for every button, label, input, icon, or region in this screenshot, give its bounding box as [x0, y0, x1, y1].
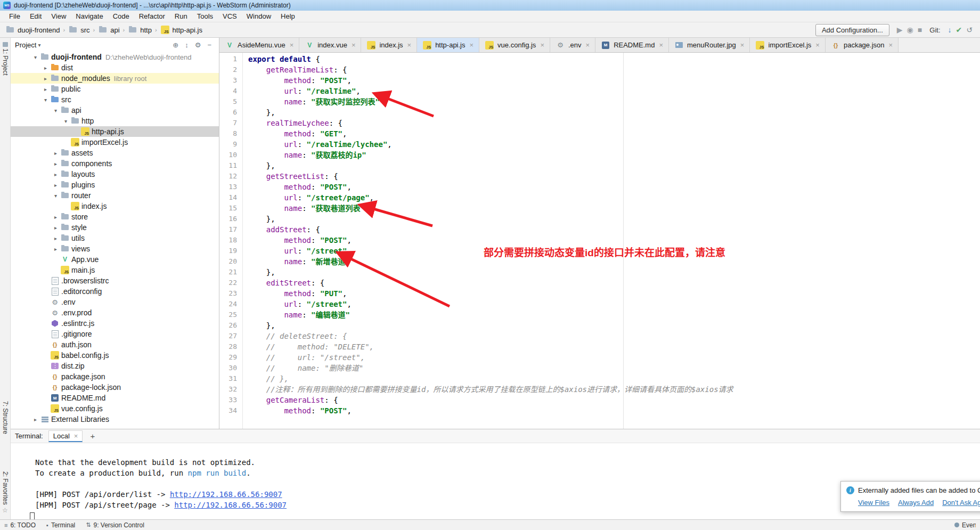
menu-item-view[interactable]: View — [46, 11, 71, 21]
commit-icon[interactable]: ✔ — [954, 26, 965, 34]
tab-menurouter-jpg[interactable]: menuRouter.jpg× — [669, 38, 750, 52]
menu-item-navigate[interactable]: Navigate — [71, 11, 108, 21]
terminal-link[interactable]: http://192.168.66.56:9007 — [174, 501, 287, 509]
notification-action-view-files[interactable]: View Files — [858, 499, 889, 507]
statusbar-terminal[interactable]: ▪Terminal — [46, 521, 75, 529]
tree-item-style[interactable]: ▸style — [11, 222, 219, 233]
settings-icon[interactable]: ⚙ — [192, 41, 205, 49]
tree-item-duoji-frontend[interactable]: ▾duoji-frontend D:\zheheWeb\duoji-fronte… — [11, 52, 219, 62]
stop-icon[interactable]: ■ — [916, 26, 924, 34]
collapse-all-icon[interactable]: ↕ — [182, 41, 192, 49]
menu-item-window[interactable]: Window — [242, 11, 276, 21]
tree-item-views[interactable]: ▸views — [11, 243, 219, 254]
chevron-right-icon[interactable]: ▸ — [51, 246, 60, 252]
tab-index-js[interactable]: index.js× — [361, 38, 417, 52]
menu-item-tools[interactable]: Tools — [192, 11, 218, 21]
chevron-down-icon[interactable]: ▾ — [41, 97, 50, 103]
tree-item-env[interactable]: .env — [11, 297, 219, 307]
terminal-link[interactable]: http://192.168.66.56:9007 — [170, 490, 282, 499]
tree-item-package-json[interactable]: package.json — [11, 371, 219, 382]
tree-item-browserslistrc[interactable]: .browserslistrc — [11, 275, 219, 286]
close-icon[interactable]: × — [815, 41, 820, 49]
tree-item-node-modules[interactable]: ▸node_modules library root — [11, 73, 219, 84]
tab-vue-config-js[interactable]: vue.config.js× — [479, 38, 550, 52]
close-icon[interactable]: × — [889, 41, 893, 49]
breadcrumb-http-api-js[interactable]: http-api.js — [160, 26, 202, 34]
chevron-right-icon[interactable]: ▸ — [51, 172, 60, 177]
tree-item-utils[interactable]: ▸utils — [11, 233, 219, 243]
chevron-right-icon[interactable]: ▸ — [41, 86, 50, 92]
breadcrumb-src[interactable]: src — [68, 26, 89, 34]
tab-importexcel-js[interactable]: importExcel.js× — [750, 38, 826, 52]
chevron-right-icon[interactable]: ▸ — [51, 214, 60, 220]
tab-package-json[interactable]: package.json× — [826, 38, 899, 52]
tree-item-importexcel-js[interactable]: importExcel.js — [11, 137, 219, 148]
chevron-right-icon[interactable]: ▸ — [51, 161, 60, 167]
chevron-right-icon[interactable]: ▸ — [51, 235, 60, 241]
tree-item-public[interactable]: ▸public — [11, 84, 219, 94]
add-configuration-button[interactable]: Add Configuration... — [815, 24, 889, 36]
tree-item-plugins[interactable]: ▸plugins — [11, 180, 219, 190]
tree-item-http[interactable]: ▾http — [11, 116, 219, 126]
tree-item-app-vue[interactable]: App.vue — [11, 254, 219, 265]
tree-item-store[interactable]: ▸store — [11, 211, 219, 222]
title-bar[interactable]: WS duoji-frontend [D:\zheheWeb\duoji-fro… — [0, 0, 980, 11]
menu-item-run[interactable]: Run — [170, 11, 192, 21]
close-icon[interactable]: × — [740, 41, 745, 49]
tree-item-gitignore[interactable]: .gitignore — [11, 329, 219, 339]
chevron-down-icon[interactable]: ▾ — [38, 42, 40, 48]
tree-item-external-libraries[interactable]: ▸External Libraries — [11, 414, 219, 425]
tree-item-babel-config-js[interactable]: babel.config.js — [11, 350, 219, 361]
tab-http-api-js[interactable]: http-api.js× — [417, 38, 479, 52]
tree-item-api[interactable]: ▾api — [11, 105, 219, 116]
tree-item-dist-zip[interactable]: dist.zip — [11, 361, 219, 371]
tree-item-eslintrc-js[interactable]: .eslintrc.js — [11, 318, 219, 329]
chevron-down-icon[interactable]: ▾ — [51, 193, 60, 199]
breadcrumb-api[interactable]: api — [98, 26, 119, 34]
tree-item-main-js[interactable]: main.js — [11, 265, 219, 275]
tree-item-env-prod[interactable]: .env.prod — [11, 307, 219, 318]
tab-index-vue[interactable]: index.vue× — [299, 38, 361, 52]
tree-item-index-js[interactable]: index.js — [11, 201, 219, 211]
close-icon[interactable]: × — [290, 41, 294, 49]
terminal-tab-local[interactable]: Local × — [48, 430, 83, 442]
new-terminal-icon[interactable]: + — [88, 431, 97, 441]
chevron-right-icon[interactable]: ▸ — [51, 225, 60, 231]
statusbar-9-version-control[interactable]: ⇅9: Version Control — [86, 521, 144, 529]
menu-item-edit[interactable]: Edit — [25, 11, 46, 21]
tab-env[interactable]: .env× — [550, 38, 595, 52]
tree-item-assets[interactable]: ▸assets — [11, 148, 219, 158]
tree-item-layouts[interactable]: ▸layouts — [11, 169, 219, 180]
update-project-icon[interactable]: ↓ — [946, 26, 954, 34]
breadcrumb-http[interactable]: http — [128, 26, 152, 34]
terminal-output[interactable]: Note that the development build is not o… — [11, 443, 980, 521]
tree-item-components[interactable]: ▸components — [11, 158, 219, 169]
project-panel-title[interactable]: Project — [15, 41, 36, 49]
chevron-down-icon[interactable]: ▾ — [51, 108, 60, 113]
notification-action-always-add[interactable]: Always Add — [898, 499, 934, 507]
tree-item-dist[interactable]: ▸dist — [11, 62, 219, 73]
close-icon[interactable]: × — [352, 41, 356, 49]
tree-item-http-api-js[interactable]: http-api.js — [11, 126, 219, 137]
close-icon[interactable]: × — [540, 41, 544, 49]
chevron-right-icon[interactable]: ▸ — [31, 417, 40, 422]
tree-item-vue-config-js[interactable]: vue.config.js — [11, 403, 219, 414]
stripe-project-button[interactable]: 1: Project — [0, 42, 10, 76]
tree-item-editorconfig[interactable]: .editorconfig — [11, 286, 219, 297]
close-icon[interactable]: × — [586, 41, 590, 49]
breadcrumb-duoji-frontend[interactable]: duoji-frontend — [5, 26, 60, 34]
close-icon[interactable]: × — [659, 41, 663, 49]
stripe-favorites-button[interactable]: ☆ 2: Favorites — [0, 471, 10, 514]
chevron-right-icon[interactable]: ▸ — [41, 76, 50, 81]
menu-item-help[interactable]: Help — [276, 11, 300, 21]
menu-item-refactor[interactable]: Refactor — [134, 11, 170, 21]
tree-item-src[interactable]: ▾src — [11, 94, 219, 105]
rollback-icon[interactable]: ↺ — [964, 26, 975, 34]
notification-action-don-t-ask-agai[interactable]: Don't Ask Agai — [942, 499, 980, 507]
locate-file-icon[interactable]: ⊕ — [169, 41, 182, 49]
run-icon[interactable]: ▶ — [895, 26, 905, 34]
close-icon[interactable]: × — [407, 41, 412, 49]
menu-item-code[interactable]: Code — [108, 11, 134, 21]
chevron-right-icon[interactable]: ▸ — [41, 65, 50, 71]
tab-readme-md[interactable]: README.md× — [595, 38, 669, 52]
